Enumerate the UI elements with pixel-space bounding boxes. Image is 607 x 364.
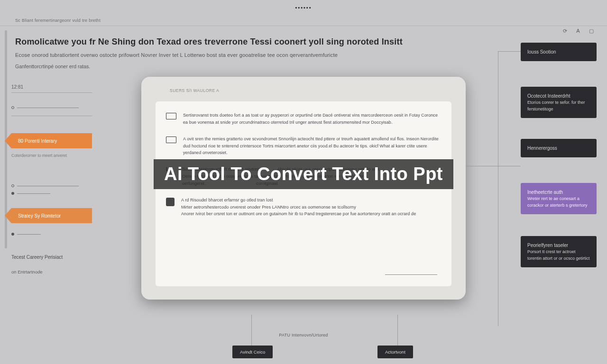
left-divider <box>11 92 92 93</box>
right-card[interactable]: Hennerergoss <box>521 139 597 157</box>
section-text: A ovit sren the remies gratterto ove scv… <box>183 136 439 157</box>
left-footer-label: Tecest Careery Perisiact <box>11 255 125 260</box>
slider-line-2[interactable] <box>11 184 125 187</box>
card-title: Inetheetcrte auth <box>527 189 590 196</box>
card-title: Peorielfyren taseler <box>527 242 590 249</box>
rect-icon <box>166 136 176 143</box>
top-divider <box>0 26 607 26</box>
right-card-highlighted[interactable]: Inetheetcrte auth Wreter rert te ae cone… <box>521 183 597 214</box>
connector <box>251 315 252 348</box>
dot-icon <box>11 192 14 195</box>
rect-icon <box>166 113 176 119</box>
line-decor <box>17 234 41 235</box>
text-icon[interactable]: A <box>575 27 581 34</box>
refresh-icon[interactable]: ⟳ <box>561 27 568 34</box>
card-body: Wreter rert te ae conesart a corackor or… <box>527 196 588 208</box>
dot-icon <box>11 106 14 109</box>
card-body: Porsort tt crest ter actroet torentin at… <box>527 249 590 261</box>
dot-icon <box>11 184 14 187</box>
bottom-center-label: PATU Intenvovn/Urtored <box>279 333 328 337</box>
bottom-chip-right[interactable]: Actortvont <box>377 346 413 358</box>
card-title: Ocotecot Insteerdrht <box>527 92 590 100</box>
left-footer-sub: on Entrtartnode <box>11 269 125 274</box>
card-title: Hennerergoss <box>527 145 590 152</box>
tag-button-2[interactable]: Stratey Sy Romtetor <box>11 208 92 223</box>
left-divider <box>11 116 92 116</box>
top-dots-decor: •••••• <box>295 5 312 10</box>
page-title: Romolicatwe you fr Ne Shing don Texad or… <box>15 37 403 47</box>
badge-icon <box>166 198 175 206</box>
dot-icon <box>11 233 14 236</box>
overlay-title: Ai Tool To Convert Text Into Ppt <box>154 159 453 189</box>
save-icon[interactable]: ▢ <box>588 27 595 34</box>
slider-line-3[interactable] <box>11 192 125 195</box>
section-text: Sertisrovanst trots doeteo fort a as toa… <box>183 112 439 126</box>
right-panel: Iouss Sootion Ocotecot Insteerdrht Etori… <box>487 43 597 279</box>
page-subtitle-1: Ecose onorod tubratiortent overwo ostoct… <box>15 52 338 58</box>
tablet-top-label: SUERS S/I WAULORE A <box>170 88 451 93</box>
section-text: A rd Risoudel bharcet erfarnsr go otled … <box>181 197 416 218</box>
tag-label: 80 Porenti Interary <box>18 138 57 144</box>
tag-label: Stratey Sy Romtetor <box>18 213 61 218</box>
right-card[interactable]: Peorielfyren taseler Porsort tt crest te… <box>521 236 597 267</box>
card-title: Iouss Sootion <box>527 48 590 55</box>
left-panel: 12:81 80 Porenti Interary Coterderorner … <box>11 84 125 274</box>
doc-section: A ovit sren the remies gratterto ove scv… <box>166 136 439 157</box>
line-decor <box>17 193 50 194</box>
doc-section: A rd Risoudel bharcet erfarnsr go otled … <box>166 197 439 218</box>
page-subtitle-2: Ganfenttorcrtinpé ooner erd ratas. <box>15 64 90 69</box>
tag-subtext: Coterderorner to meert anveret <box>11 153 97 158</box>
tag-button-1[interactable]: 80 Porenti Interary <box>11 133 92 148</box>
line-decor <box>17 108 79 108</box>
doc-section: Sertisrovanst trots doeteo fort a as toa… <box>166 112 439 126</box>
bottom-chip-left[interactable]: Avindt Ceico <box>232 346 273 358</box>
slider-line-4[interactable] <box>11 233 125 236</box>
right-card[interactable]: Ocotecot Insteerdrht Etorios conrer te s… <box>521 87 597 118</box>
connector <box>397 315 398 348</box>
document-screen: Sertisrovanst trots doeteo fort a as toa… <box>156 101 451 286</box>
time-marker: 12:81 <box>11 84 125 90</box>
line-decor <box>17 186 79 186</box>
breadcrumb: Sc Bliant feremertinargeonr vuld tre bre… <box>15 18 101 23</box>
card-body: Etorios conrer te sefor. for ther fersto… <box>527 100 585 111</box>
top-right-toolbar: ⟳ A ▢ <box>561 27 595 34</box>
screen-bottom-line <box>385 274 437 275</box>
slider-line-1[interactable] <box>11 106 125 109</box>
right-card[interactable]: Iouss Sootion <box>521 43 597 61</box>
